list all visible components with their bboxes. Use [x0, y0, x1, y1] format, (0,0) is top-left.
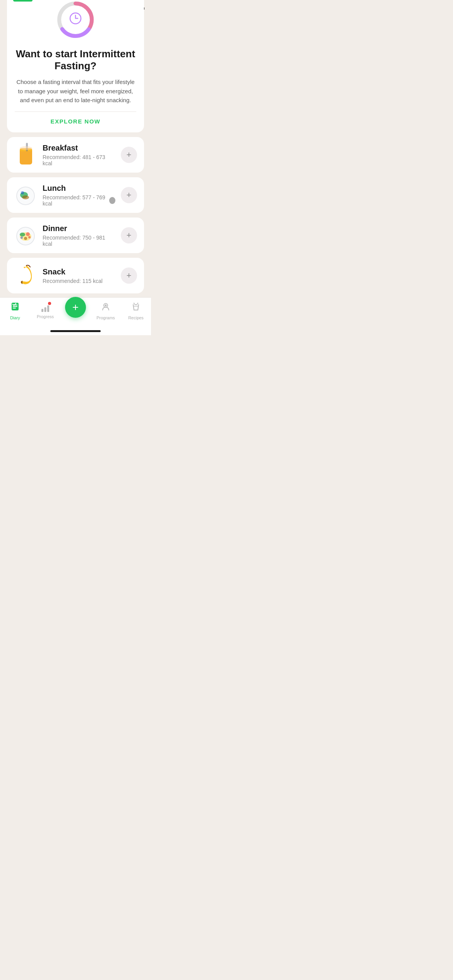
lunch-info: Lunch Recommended: 577 - 769 kcal: [43, 184, 115, 207]
svg-rect-25: [41, 309, 43, 312]
breakfast-kcal: Recommended: 481 - 673 kcal: [43, 154, 115, 166]
breakfast-image: [14, 143, 37, 166]
svg-point-14: [22, 195, 29, 199]
tab-diary-label: Diary: [10, 315, 20, 320]
fasting-progress-ring: [54, 0, 97, 41]
snack-card: Snack Recommended: 115 kcal +: [7, 258, 144, 293]
home-indicator: [0, 328, 151, 335]
breakfast-card: Breakfast Recommended: 481 - 673 kcal +: [7, 137, 144, 173]
tab-diary[interactable]: Diary: [3, 302, 27, 320]
fasting-description: Choose a fasting interval that fits your…: [15, 77, 136, 105]
fasting-card: NEW ··· Want to start Intermittent Fasti…: [7, 0, 144, 132]
svg-point-20: [26, 232, 30, 236]
tab-add[interactable]: +: [64, 304, 87, 318]
breakfast-info: Breakfast Recommended: 481 - 673 kcal: [43, 144, 115, 166]
new-badge: NEW: [13, 0, 33, 2]
svg-point-21: [24, 237, 27, 240]
snack-kcal: Recommended: 115 kcal: [43, 278, 115, 284]
dinner-name: Dinner: [43, 224, 115, 233]
svg-point-22: [21, 236, 23, 239]
add-breakfast-button[interactable]: +: [121, 147, 137, 163]
svg-rect-26: [45, 307, 46, 312]
add-snack-button[interactable]: +: [121, 267, 137, 284]
svg-point-23: [28, 236, 31, 238]
svg-point-15: [21, 191, 24, 194]
tab-progress[interactable]: Progress: [34, 303, 57, 319]
dinner-image: [14, 224, 37, 247]
programs-icon: [101, 302, 111, 314]
svg-point-9: [20, 146, 32, 150]
progress-notification-dot: [48, 302, 51, 305]
snack-name: Snack: [43, 267, 115, 276]
add-food-button[interactable]: +: [65, 297, 86, 318]
card-divider: [15, 111, 136, 112]
lunch-card: Lunch Recommended: 577 - 769 kcal +: [7, 177, 144, 213]
dinner-kcal: Recommended: 750 - 981 kcal: [43, 235, 115, 247]
add-lunch-button[interactable]: +: [121, 187, 137, 203]
tab-progress-label: Progress: [37, 314, 54, 319]
bottom-nav: Diary Progress + Programs: [0, 297, 151, 328]
snack-image: [14, 264, 37, 287]
tab-programs[interactable]: Programs: [94, 302, 117, 320]
svg-point-19: [20, 233, 25, 236]
recipes-icon: [131, 302, 141, 314]
svg-point-29: [105, 305, 107, 307]
diary-icon: [10, 302, 20, 314]
breakfast-name: Breakfast: [43, 144, 115, 152]
tab-recipes[interactable]: Recipes: [124, 302, 148, 320]
more-options-button[interactable]: ···: [127, 0, 137, 3]
lunch-dot-indicator: [109, 197, 115, 204]
lunch-kcal-text: Recommended: 577 - 769 kcal: [43, 194, 106, 207]
lunch-name: Lunch: [43, 184, 115, 193]
svg-rect-27: [47, 305, 49, 312]
snack-info: Snack Recommended: 115 kcal: [43, 267, 115, 284]
add-dinner-button[interactable]: +: [121, 227, 137, 243]
dinner-info: Dinner Recommended: 750 - 981 kcal: [43, 224, 115, 247]
scroll-content: NEW ··· Want to start Intermittent Fasti…: [0, 0, 151, 297]
lunch-image: [14, 183, 37, 207]
dinner-card: Dinner Recommended: 750 - 981 kcal +: [7, 218, 144, 253]
tab-programs-label: Programs: [96, 315, 115, 320]
fasting-title: Want to start Intermittent Fasting?: [15, 48, 136, 72]
tab-recipes-label: Recipes: [128, 315, 144, 320]
clock-icon: [69, 12, 82, 28]
explore-now-button[interactable]: EXPLORE NOW: [50, 118, 100, 125]
